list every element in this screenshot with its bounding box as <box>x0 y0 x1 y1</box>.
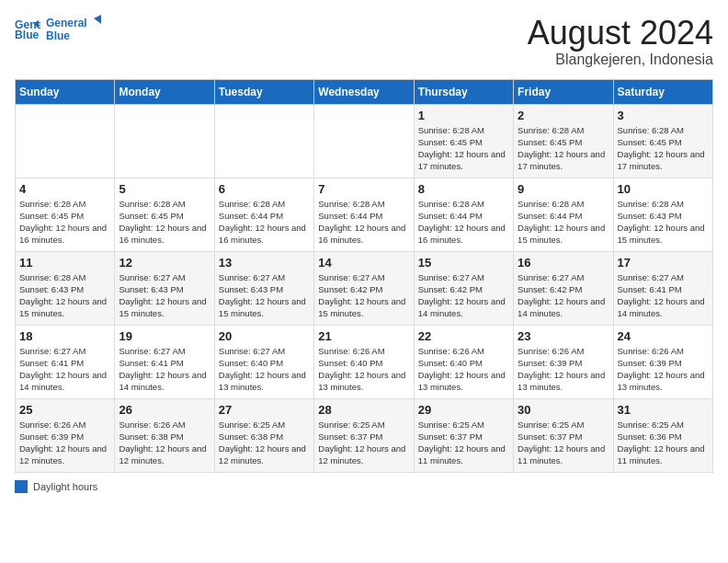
legend-color-box <box>15 480 28 493</box>
day-number: 31 <box>618 403 709 417</box>
calendar-cell: 13Sunrise: 6:27 AM Sunset: 6:43 PM Dayli… <box>214 251 313 325</box>
days-header-row: SundayMondayTuesdayWednesdayThursdayFrid… <box>16 79 713 104</box>
calendar-cell: 1Sunrise: 6:28 AM Sunset: 6:45 PM Daylig… <box>414 104 513 178</box>
day-number: 14 <box>318 256 409 270</box>
day-number: 9 <box>518 182 609 196</box>
day-number: 27 <box>219 403 310 417</box>
calendar-cell: 2Sunrise: 6:28 AM Sunset: 6:45 PM Daylig… <box>514 104 613 178</box>
day-number: 15 <box>418 256 509 270</box>
calendar-cell: 9Sunrise: 6:28 AM Sunset: 6:44 PM Daylig… <box>514 178 613 251</box>
calendar-cell: 21Sunrise: 6:26 AM Sunset: 6:40 PM Dayli… <box>314 325 414 398</box>
day-info: Sunrise: 6:28 AM Sunset: 6:44 PM Dayligh… <box>318 198 409 247</box>
day-info: Sunrise: 6:28 AM Sunset: 6:43 PM Dayligh… <box>19 271 110 320</box>
day-number: 8 <box>418 182 509 196</box>
calendar-week-row: 11Sunrise: 6:28 AM Sunset: 6:43 PM Dayli… <box>16 251 713 325</box>
calendar-cell: 18Sunrise: 6:27 AM Sunset: 6:41 PM Dayli… <box>16 325 115 398</box>
day-number: 21 <box>318 329 409 343</box>
day-number: 24 <box>618 329 709 343</box>
day-number: 26 <box>119 403 210 417</box>
calendar-week-row: 25Sunrise: 6:26 AM Sunset: 6:39 PM Dayli… <box>16 398 713 472</box>
day-info: Sunrise: 6:28 AM Sunset: 6:45 PM Dayligh… <box>518 124 609 173</box>
calendar-table: SundayMondayTuesdayWednesdayThursdayFrid… <box>15 79 713 473</box>
logo: General Blue General Blue <box>15 15 101 44</box>
day-info: Sunrise: 6:25 AM Sunset: 6:37 PM Dayligh… <box>318 419 409 467</box>
calendar-cell: 11Sunrise: 6:28 AM Sunset: 6:43 PM Dayli… <box>16 251 115 325</box>
day-header-saturday: Saturday <box>613 79 712 104</box>
calendar-cell <box>314 104 414 178</box>
calendar-cell: 27Sunrise: 6:25 AM Sunset: 6:38 PM Dayli… <box>214 398 313 472</box>
day-number: 16 <box>518 256 609 270</box>
day-info: Sunrise: 6:25 AM Sunset: 6:38 PM Dayligh… <box>219 419 310 467</box>
calendar-cell: 20Sunrise: 6:27 AM Sunset: 6:40 PM Dayli… <box>214 325 313 398</box>
day-header-monday: Monday <box>115 79 214 104</box>
svg-text:General: General <box>46 17 87 29</box>
calendar-week-row: 4Sunrise: 6:28 AM Sunset: 6:45 PM Daylig… <box>16 178 713 251</box>
day-info: Sunrise: 6:27 AM Sunset: 6:43 PM Dayligh… <box>119 271 210 320</box>
day-number: 11 <box>19 256 110 270</box>
day-info: Sunrise: 6:25 AM Sunset: 6:36 PM Dayligh… <box>618 419 709 467</box>
calendar-cell: 10Sunrise: 6:28 AM Sunset: 6:43 PM Dayli… <box>613 178 712 251</box>
day-number: 17 <box>618 256 709 270</box>
legend-label: Daylight hours <box>33 481 97 492</box>
subtitle: Blangkejeren, Indonesia <box>528 52 713 68</box>
calendar-cell: 6Sunrise: 6:28 AM Sunset: 6:44 PM Daylig… <box>214 178 313 251</box>
calendar-cell: 30Sunrise: 6:25 AM Sunset: 6:37 PM Dayli… <box>514 398 613 472</box>
calendar-cell: 29Sunrise: 6:25 AM Sunset: 6:37 PM Dayli… <box>414 398 513 472</box>
calendar-cell: 26Sunrise: 6:26 AM Sunset: 6:38 PM Dayli… <box>115 398 214 472</box>
day-info: Sunrise: 6:28 AM Sunset: 6:45 PM Dayligh… <box>618 124 709 173</box>
day-header-wednesday: Wednesday <box>314 79 414 104</box>
day-number: 22 <box>418 329 509 343</box>
day-info: Sunrise: 6:26 AM Sunset: 6:39 PM Dayligh… <box>518 345 609 394</box>
calendar-week-row: 1Sunrise: 6:28 AM Sunset: 6:45 PM Daylig… <box>16 104 713 178</box>
day-info: Sunrise: 6:28 AM Sunset: 6:45 PM Dayligh… <box>119 198 210 247</box>
day-number: 19 <box>119 329 210 343</box>
day-number: 1 <box>418 109 509 122</box>
day-info: Sunrise: 6:27 AM Sunset: 6:42 PM Dayligh… <box>418 271 509 320</box>
calendar-cell: 4Sunrise: 6:28 AM Sunset: 6:45 PM Daylig… <box>16 178 115 251</box>
calendar-cell: 22Sunrise: 6:26 AM Sunset: 6:40 PM Dayli… <box>414 325 513 398</box>
day-info: Sunrise: 6:28 AM Sunset: 6:43 PM Dayligh… <box>618 198 709 247</box>
calendar-cell: 23Sunrise: 6:26 AM Sunset: 6:39 PM Dayli… <box>514 325 613 398</box>
day-info: Sunrise: 6:27 AM Sunset: 6:40 PM Dayligh… <box>219 345 310 394</box>
page-header: General Blue General Blue August 2024 Bl… <box>15 15 713 68</box>
day-info: Sunrise: 6:28 AM Sunset: 6:45 PM Dayligh… <box>418 124 509 173</box>
calendar-cell: 3Sunrise: 6:28 AM Sunset: 6:45 PM Daylig… <box>613 104 712 178</box>
day-number: 28 <box>318 403 409 417</box>
calendar-cell <box>214 104 313 178</box>
day-info: Sunrise: 6:27 AM Sunset: 6:43 PM Dayligh… <box>219 271 310 320</box>
day-info: Sunrise: 6:27 AM Sunset: 6:41 PM Dayligh… <box>618 271 709 320</box>
calendar-cell: 28Sunrise: 6:25 AM Sunset: 6:37 PM Dayli… <box>314 398 414 472</box>
svg-text:Blue: Blue <box>46 29 70 42</box>
calendar-cell: 12Sunrise: 6:27 AM Sunset: 6:43 PM Dayli… <box>115 251 214 325</box>
day-info: Sunrise: 6:26 AM Sunset: 6:40 PM Dayligh… <box>318 345 409 394</box>
day-info: Sunrise: 6:26 AM Sunset: 6:40 PM Dayligh… <box>418 345 509 394</box>
calendar-cell: 31Sunrise: 6:25 AM Sunset: 6:36 PM Dayli… <box>613 398 712 472</box>
calendar-cell: 24Sunrise: 6:26 AM Sunset: 6:39 PM Dayli… <box>613 325 712 398</box>
calendar-cell: 15Sunrise: 6:27 AM Sunset: 6:42 PM Dayli… <box>414 251 513 325</box>
day-number: 12 <box>119 256 210 270</box>
calendar-cell <box>115 104 214 178</box>
day-number: 6 <box>219 182 310 196</box>
day-info: Sunrise: 6:27 AM Sunset: 6:41 PM Dayligh… <box>119 345 210 394</box>
logo-icon: General Blue <box>15 17 40 42</box>
day-info: Sunrise: 6:26 AM Sunset: 6:39 PM Dayligh… <box>618 345 709 394</box>
day-header-thursday: Thursday <box>414 79 513 104</box>
day-number: 29 <box>418 403 509 417</box>
calendar-cell: 16Sunrise: 6:27 AM Sunset: 6:42 PM Dayli… <box>514 251 613 325</box>
day-info: Sunrise: 6:26 AM Sunset: 6:39 PM Dayligh… <box>19 419 110 467</box>
calendar-cell: 19Sunrise: 6:27 AM Sunset: 6:41 PM Dayli… <box>115 325 214 398</box>
calendar-cell <box>16 104 115 178</box>
day-info: Sunrise: 6:27 AM Sunset: 6:42 PM Dayligh… <box>518 271 609 320</box>
day-info: Sunrise: 6:27 AM Sunset: 6:41 PM Dayligh… <box>19 345 110 394</box>
calendar-cell: 8Sunrise: 6:28 AM Sunset: 6:44 PM Daylig… <box>414 178 513 251</box>
calendar-cell: 14Sunrise: 6:27 AM Sunset: 6:42 PM Dayli… <box>314 251 414 325</box>
day-number: 13 <box>219 256 310 270</box>
svg-marker-5 <box>94 15 101 24</box>
logo-bird-icon: General Blue <box>46 15 101 44</box>
day-number: 3 <box>618 109 709 122</box>
day-number: 23 <box>518 329 609 343</box>
day-info: Sunrise: 6:26 AM Sunset: 6:38 PM Dayligh… <box>119 419 210 467</box>
day-header-tuesday: Tuesday <box>214 79 313 104</box>
day-number: 4 <box>19 182 110 196</box>
title-block: August 2024 Blangkejeren, Indonesia <box>528 15 713 68</box>
